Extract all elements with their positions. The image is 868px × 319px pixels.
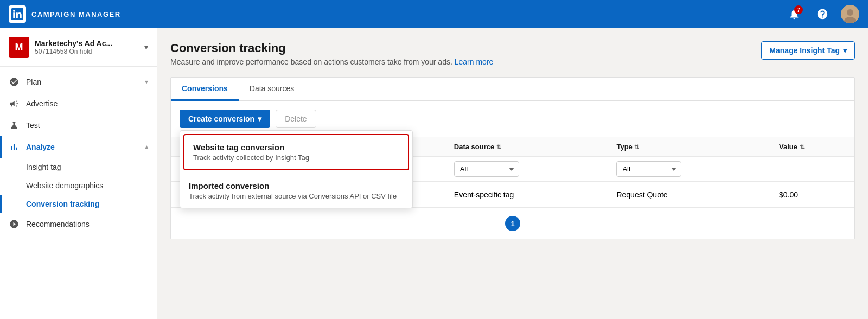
manage-btn-chevron-icon: ▾ [843,46,847,55]
create-conversion-menu: Website tag conversion Track activity co… [180,130,413,208]
account-name: Marketechy's Ad Ac... [35,39,139,48]
sidebar-item-insight-tag[interactable]: Insight tag [0,158,157,176]
col-header-data-source[interactable]: Data source ⇅ [445,137,608,157]
filter-value-cell [770,157,854,182]
account-chevron-icon: ▾ [144,43,148,52]
card-toolbar: Create conversion ▾ Website tag conversi… [171,101,854,137]
manage-insight-tag-button[interactable]: Manage Insight Tag ▾ [761,41,855,60]
delete-button[interactable]: Delete [276,110,316,128]
nav-left: CAMPAIGN MANAGER [9,5,121,23]
account-header[interactable]: M Marketechy's Ad Ac... 507114558 On hol… [0,28,157,67]
plan-label: Plan [26,78,138,86]
learn-more-link[interactable]: Learn more [455,58,494,66]
svg-point-1 [847,9,853,16]
account-info: Marketechy's Ad Ac... 507114558 On hold [35,39,139,55]
analyze-chevron-icon: ▴ [145,143,148,151]
value-sort-icon[interactable]: ⇅ [800,144,805,150]
tab-data-sources[interactable]: Data sources [239,78,305,101]
notification-badge: 7 [794,5,803,14]
create-btn-chevron-icon: ▾ [258,114,261,123]
website-tag-description: Track activity collected by Insight Tag [193,154,399,162]
create-conversion-button[interactable]: Create conversion ▾ [180,110,270,128]
top-navigation: CAMPAIGN MANAGER 7 [0,0,868,28]
data-source-filter-select[interactable]: All [454,161,519,177]
sidebar-item-conversion-tracking[interactable]: Conversion tracking [0,195,157,213]
filter-data-source-cell: All [445,157,608,182]
col-header-type[interactable]: Type ⇅ [608,137,770,157]
account-status: 507114558 On hold [35,48,139,55]
avatar[interactable] [841,5,859,23]
help-button[interactable] [813,4,832,24]
notifications-button[interactable]: 7 [784,4,804,24]
row-data-source-cell: Event-specific tag [445,182,608,208]
recommendations-icon [9,219,20,229]
advertise-icon [9,98,20,109]
tab-conversions[interactable]: Conversions [171,78,239,101]
filter-type-cell: All [608,157,770,182]
test-label: Test [26,121,148,130]
analyze-icon [9,142,20,152]
plan-icon [9,76,20,87]
website-tag-title: Website tag conversion [193,143,399,152]
app-layout: M Marketechy's Ad Ac... 507114558 On hol… [0,28,868,319]
type-filter-select[interactable]: All [616,161,681,177]
sidebar-item-analyze[interactable]: Analyze ▴ [0,136,157,158]
sidebar-item-recommendations[interactable]: Recommendations [0,213,157,235]
advertise-label: Advertise [26,99,148,108]
test-icon [9,120,20,131]
pagination: 1 [171,208,854,239]
imported-description: Track activity from external source via … [189,192,404,200]
app-title: CAMPAIGN MANAGER [31,10,121,18]
page-header: Conversion tracking Measure and improve … [170,41,855,66]
dropdown-item-website-tag[interactable]: Website tag conversion Track activity co… [183,134,409,170]
analyze-label: Analyze [26,143,138,151]
dropdown-item-imported[interactable]: Imported conversion Track activity from … [180,174,412,208]
sidebar-item-website-demographics[interactable]: Website demographics [0,176,157,195]
create-conversion-dropdown: Create conversion ▾ Website tag conversi… [180,110,270,128]
sidebar-item-test[interactable]: Test [0,114,157,136]
recommendations-label: Recommendations [26,220,148,228]
sidebar-item-plan[interactable]: Plan ▾ [0,71,157,93]
type-sort-icon[interactable]: ⇅ [634,144,639,150]
sidebar-item-advertise[interactable]: Advertise [0,93,157,114]
page-header-left: Conversion tracking Measure and improve … [170,41,493,66]
col-header-value[interactable]: Value ⇅ [770,137,854,157]
insight-tag-label: Insight tag [26,163,61,171]
nav-right: 7 [784,4,859,24]
imported-title: Imported conversion [189,181,404,190]
plan-chevron-icon: ▾ [145,78,148,86]
sidebar-nav: Plan ▾ Advertise Test [0,67,157,239]
page-subtitle: Measure and improve performance based on… [170,58,493,66]
account-icon: M [9,37,29,58]
sidebar: M Marketechy's Ad Ac... 507114558 On hol… [0,28,157,319]
tabs: Conversions Data sources [171,78,854,101]
row-value-cell: $0.00 [770,182,854,208]
page-1-button[interactable]: 1 [505,216,520,231]
row-type-cell: Request Quote [608,182,770,208]
website-demographics-label: Website demographics [26,181,103,190]
linkedin-logo [9,5,26,23]
main-content: Conversion tracking Measure and improve … [157,28,868,319]
data-source-sort-icon[interactable]: ⇅ [496,144,501,150]
content-card: Conversions Data sources Create conversi… [170,77,855,239]
page-title: Conversion tracking [170,41,493,55]
conversion-tracking-label: Conversion tracking [26,200,99,208]
